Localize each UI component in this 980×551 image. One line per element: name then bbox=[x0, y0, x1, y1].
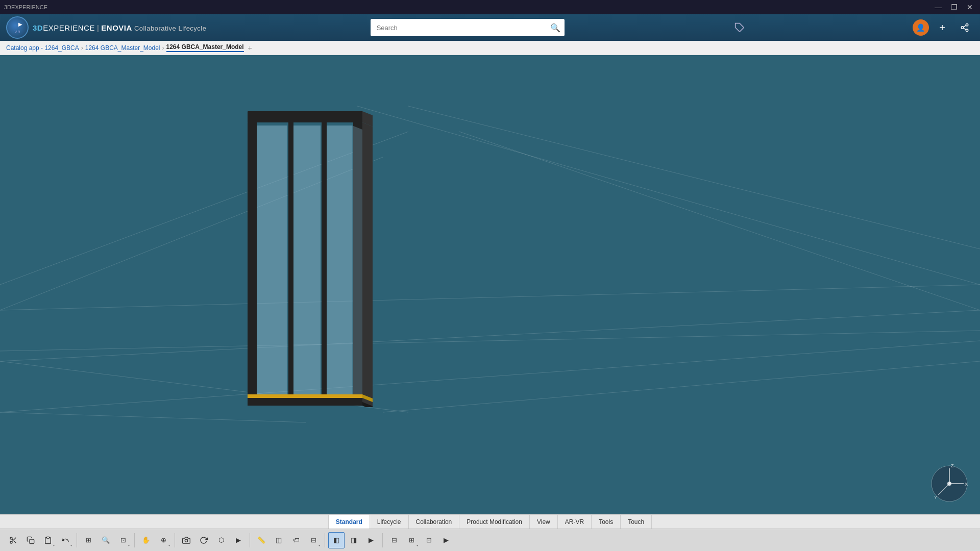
compass-button[interactable] bbox=[6, 16, 29, 39]
titlebar: 3DEXPERIENCE — ❐ ✕ bbox=[0, 0, 980, 14]
dropdown-arrow: ▾ bbox=[70, 543, 72, 547]
door-3d-model bbox=[245, 111, 373, 407]
toolbar-tab-ar-vr[interactable]: AR-VR bbox=[558, 515, 592, 529]
svg-line-46 bbox=[12, 539, 13, 540]
svg-rect-24 bbox=[322, 122, 327, 398]
svg-line-9 bbox=[0, 331, 980, 351]
toolbar-icon-fit-all[interactable]: ⊡▾ bbox=[115, 532, 131, 548]
toolbar-icon-panel2[interactable]: ⊡ bbox=[421, 532, 437, 548]
toolbar-icon-props[interactable]: ⊞▾ bbox=[403, 532, 420, 548]
toolbar-icon-view-more[interactable]: ▶ bbox=[230, 532, 247, 548]
toolbar-icons: ▾▾⊞🔍⊡▾✋⊕▾⬡▶📏◫🏷⊟▾◧◨▶⊟⊞▾⊡▶ bbox=[0, 529, 980, 551]
svg-line-12 bbox=[459, 132, 980, 310]
svg-line-4 bbox=[963, 28, 966, 30]
toolbar-icon-section-cut[interactable]: ◫ bbox=[271, 532, 287, 548]
breadcrumb-current: 1264 GBCA_Master_Model bbox=[166, 43, 244, 52]
add-button[interactable]: + bbox=[933, 18, 951, 37]
user-avatar[interactable]: 👤 bbox=[913, 19, 929, 36]
svg-line-5 bbox=[963, 26, 966, 27]
svg-rect-18 bbox=[248, 111, 362, 122]
breadcrumb-master-model-1[interactable]: 1264 GBCA_Master_Model bbox=[85, 44, 160, 52]
toolbar-tabs: StandardLifecycleCollaborationProduct Mo… bbox=[0, 514, 980, 529]
toolbar-tab-collaboration[interactable]: Collaboration bbox=[409, 515, 460, 529]
svg-line-10 bbox=[357, 106, 980, 285]
svg-line-6 bbox=[0, 285, 980, 310]
svg-line-45 bbox=[14, 541, 16, 543]
svg-point-3 bbox=[966, 29, 968, 32]
svg-text:Y: Y bbox=[934, 495, 937, 500]
svg-rect-47 bbox=[30, 539, 34, 544]
toolbar-separator bbox=[134, 533, 135, 547]
toolbar-icon-zoom-in[interactable]: 🔍 bbox=[97, 532, 114, 548]
svg-marker-22 bbox=[362, 122, 373, 402]
svg-line-8 bbox=[0, 341, 980, 412]
toolbar-icon-panel-more[interactable]: ▶ bbox=[438, 532, 454, 548]
toolbar-icon-annotation[interactable]: 🏷 bbox=[288, 532, 304, 548]
breadcrumb-sep-1: › bbox=[81, 44, 83, 52]
breadcrumb-add-tab[interactable]: + bbox=[248, 44, 252, 52]
toolbar-icon-rotate[interactable] bbox=[195, 532, 212, 548]
toolbar-icon-render2[interactable]: ◨ bbox=[346, 532, 362, 548]
toolbar-icon-search-cmd[interactable]: ⊕▾ bbox=[155, 532, 172, 548]
svg-rect-29 bbox=[248, 398, 362, 406]
toolbar-icon-clip[interactable]: ⊟▾ bbox=[305, 532, 322, 548]
toolbar-tab-standard[interactable]: Standard bbox=[328, 515, 370, 529]
svg-rect-23 bbox=[288, 122, 293, 398]
app-name-title: 3DEXPERIENCE bbox=[4, 4, 47, 10]
toolbar-icon-render-more[interactable]: ▶ bbox=[363, 532, 379, 548]
viewport-grid bbox=[0, 55, 980, 514]
toolbar-icon-zoom-fit[interactable]: ⊞ bbox=[80, 532, 96, 548]
svg-point-49 bbox=[185, 539, 187, 542]
toolbar-separator bbox=[250, 533, 250, 547]
minimize-btn[interactable]: — bbox=[932, 2, 945, 12]
dropdown-arrow: ▾ bbox=[318, 543, 320, 547]
brand-text: 3DEXPERIENCE|ENOVIA Collaborative Lifecy… bbox=[33, 23, 207, 32]
logo-area: 3DEXPERIENCE|ENOVIA Collaborative Lifecy… bbox=[6, 16, 207, 39]
toolbar-icon-cut[interactable] bbox=[5, 532, 21, 548]
toolbar-separator bbox=[325, 533, 325, 547]
toolbar-icon-tree2[interactable]: ⊟ bbox=[386, 532, 402, 548]
toolbar-icon-copy[interactable] bbox=[22, 532, 39, 548]
toolbar-tab-touch[interactable]: Touch bbox=[621, 515, 652, 529]
breadcrumb-catalog[interactable]: Catalog app - 1264_GBCA bbox=[6, 44, 79, 52]
toolbar-icon-paste[interactable]: ▾ bbox=[40, 532, 56, 548]
toolbar-icon-measure[interactable]: 📏 bbox=[253, 532, 270, 548]
svg-point-1 bbox=[966, 24, 968, 27]
close-btn[interactable]: ✕ bbox=[964, 2, 976, 12]
svg-rect-26 bbox=[293, 126, 321, 395]
viewport-3d[interactable]: Z X Y bbox=[0, 55, 980, 514]
orientation-indicator: Z X Y bbox=[929, 463, 970, 504]
tag-button[interactable] bbox=[730, 18, 749, 37]
svg-text:Z: Z bbox=[951, 463, 954, 468]
share-button[interactable] bbox=[955, 18, 974, 37]
search-button[interactable]: 🔍 bbox=[550, 23, 560, 33]
svg-text:X: X bbox=[965, 482, 968, 487]
toolbar-tab-view[interactable]: View bbox=[530, 515, 558, 529]
search-container: 🔍 bbox=[371, 19, 565, 36]
toolbar-icon-view-cube[interactable]: ⬡ bbox=[213, 532, 229, 548]
toolbar-tab-tools[interactable]: Tools bbox=[592, 515, 621, 529]
svg-line-11 bbox=[408, 106, 980, 249]
breadcrumb-bar: Catalog app - 1264_GBCA › 1264 GBCA_Mast… bbox=[0, 41, 980, 55]
dropdown-arrow: ▾ bbox=[53, 543, 55, 547]
toolbar-tab-product-modification[interactable]: Product Modification bbox=[459, 515, 530, 529]
toolbar-icon-display[interactable]: ◧ bbox=[328, 532, 345, 548]
svg-marker-28 bbox=[352, 126, 362, 396]
toolbar-icon-pan[interactable]: ✋ bbox=[138, 532, 154, 548]
svg-line-13 bbox=[383, 361, 980, 412]
svg-rect-30 bbox=[248, 394, 362, 398]
dropdown-arrow: ▾ bbox=[416, 543, 418, 547]
right-buttons: 👤 + bbox=[913, 18, 974, 37]
toolbar-separator bbox=[175, 533, 175, 547]
svg-line-17 bbox=[0, 412, 306, 422]
toolbar-icon-undo[interactable]: ▾ bbox=[57, 532, 74, 548]
svg-point-42 bbox=[10, 537, 12, 539]
toolbar-separator bbox=[77, 533, 77, 547]
svg-rect-27 bbox=[327, 126, 352, 395]
dropdown-arrow: ▾ bbox=[168, 543, 170, 547]
toolbar-tab-lifecycle[interactable]: Lifecycle bbox=[370, 515, 409, 529]
maximize-btn[interactable]: ❐ bbox=[948, 2, 961, 12]
search-input[interactable] bbox=[371, 19, 565, 36]
toolbar-icon-camera[interactable] bbox=[178, 532, 194, 548]
svg-rect-48 bbox=[46, 537, 49, 538]
